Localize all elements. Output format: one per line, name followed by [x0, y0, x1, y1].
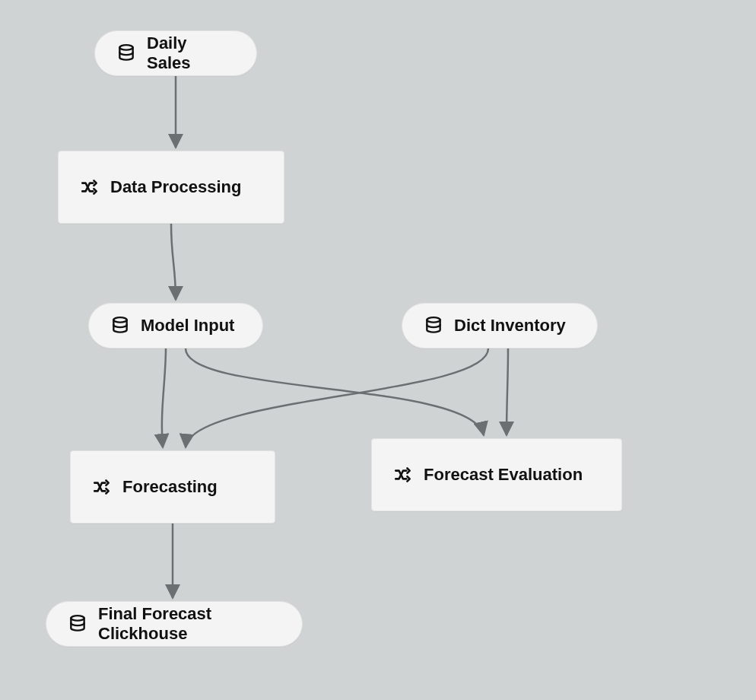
node-label: Dict Inventory — [454, 316, 566, 336]
node-model-input[interactable]: Model Input — [88, 303, 263, 348]
database-icon — [68, 614, 87, 634]
node-forecasting[interactable]: Forecasting — [70, 450, 275, 523]
svg-point-0 — [119, 45, 132, 49]
edge — [186, 348, 488, 447]
svg-point-1 — [113, 317, 126, 323]
svg-point-2 — [427, 317, 440, 323]
edges-layer — [0, 0, 756, 700]
node-forecast-evaluation[interactable]: Forecast Evaluation — [371, 438, 622, 511]
node-label: Forecasting — [122, 477, 218, 497]
node-daily-sales[interactable]: Daily Sales — [94, 30, 257, 76]
edge — [162, 348, 166, 447]
node-label: Data Processing — [110, 177, 241, 197]
svg-point-3 — [71, 616, 84, 621]
database-icon — [116, 43, 136, 63]
node-final-forecast-clickhouse[interactable]: Final Forecast Clickhouse — [46, 601, 303, 647]
edge — [186, 348, 484, 435]
node-label: Daily Sales — [147, 33, 235, 73]
edge — [171, 224, 176, 300]
database-icon — [110, 316, 130, 336]
node-label: Model Input — [141, 316, 234, 336]
database-icon — [424, 316, 443, 336]
edge — [507, 348, 508, 435]
shuffle-icon — [393, 465, 413, 485]
shuffle-icon — [92, 477, 112, 497]
node-label: Forecast Evaluation — [424, 465, 583, 485]
node-data-processing[interactable]: Data Processing — [58, 151, 284, 224]
node-label: Final Forecast Clickhouse — [98, 604, 281, 644]
diagram-canvas: Daily Sales Data Processing Model Input — [0, 0, 756, 700]
shuffle-icon — [80, 177, 100, 197]
node-dict-inventory[interactable]: Dict Inventory — [402, 303, 598, 348]
